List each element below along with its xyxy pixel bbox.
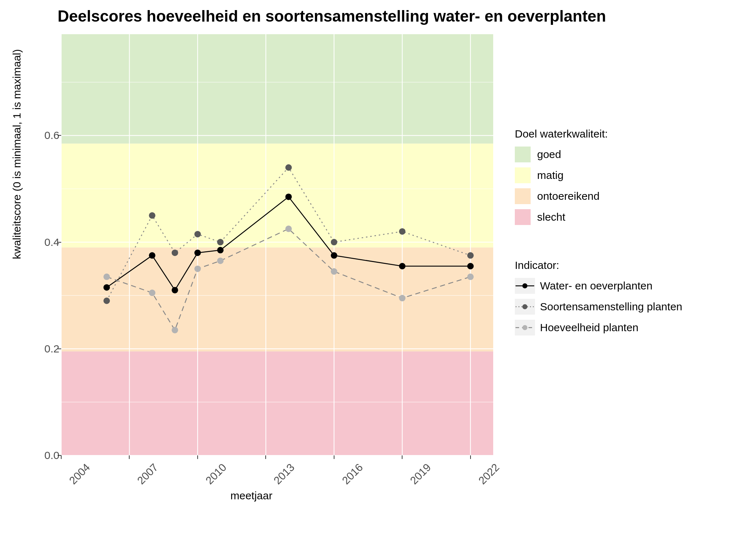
legend-item-ontoereikend: ontoereikend (515, 188, 608, 204)
data-point (285, 226, 292, 232)
x-tick-label: 2007 (135, 461, 161, 487)
x-tick-label: 2016 (339, 461, 365, 487)
data-point (217, 247, 224, 253)
svg-point-24 (522, 325, 527, 330)
legend-label: goed (537, 148, 561, 161)
data-point (285, 194, 292, 200)
legend-label: ontoereikend (537, 190, 599, 202)
data-point (331, 268, 337, 275)
data-point (467, 263, 474, 269)
x-tick-label: 2010 (203, 461, 229, 487)
plot-area (61, 34, 493, 455)
data-point (149, 212, 156, 219)
data-point (172, 287, 178, 293)
legend-label: Hoeveelheid planten (540, 321, 639, 334)
data-point (467, 274, 474, 280)
legend-quality: Doel waterkwaliteit: goed matig ontoerei… (515, 128, 608, 230)
data-point (194, 266, 201, 272)
data-point (399, 263, 405, 269)
data-point (172, 249, 178, 256)
legend-label: Soortensamenstelling planten (540, 301, 682, 313)
x-tick-label: 2022 (476, 461, 501, 487)
data-point (194, 231, 201, 237)
data-point (194, 249, 201, 256)
svg-point-21 (522, 304, 527, 309)
data-point (285, 164, 292, 171)
data-point (399, 295, 405, 301)
data-point (399, 228, 405, 235)
x-tick-label: 2019 (408, 461, 433, 487)
legend-swatch-matig (515, 167, 531, 183)
y-tick-label: 0.4 (13, 236, 59, 248)
legend-indicator: Indicator: Water- en oeverplanten Soorte… (515, 259, 682, 341)
legend-item-series3: Hoeveelheid planten (515, 320, 682, 336)
chart-title: Deelscores hoeveelheid en soortensamenst… (58, 7, 606, 25)
data-point (331, 239, 337, 246)
y-tick-label: 0.0 (13, 449, 59, 462)
data-point (217, 257, 224, 264)
data-point (467, 252, 474, 259)
y-axis-label: kwaliteitscore (0 is minimaal, 1 is maxi… (11, 49, 23, 259)
data-point (149, 289, 156, 296)
band-matig (61, 144, 493, 248)
legend-indicator-title: Indicator: (515, 259, 682, 271)
x-tick-label: 2013 (271, 461, 297, 487)
legend-item-matig: matig (515, 167, 608, 183)
legend-label: slecht (537, 211, 565, 223)
band-ontoereikend (61, 247, 493, 351)
y-tick-label: 0.6 (13, 129, 59, 141)
data-point (172, 327, 178, 333)
data-point (103, 274, 110, 280)
x-axis-label: meetjaar (230, 490, 273, 502)
data-point (217, 239, 224, 246)
svg-point-18 (522, 283, 527, 288)
data-point (149, 252, 156, 259)
data-point (103, 284, 110, 291)
data-point (103, 298, 110, 304)
legend-item-series2: Soortensamenstelling planten (515, 299, 682, 315)
y-tick-label: 0.2 (13, 343, 59, 355)
legend-item-goed: goed (515, 147, 608, 162)
legend-quality-title: Doel waterkwaliteit: (515, 128, 608, 140)
legend-item-slecht: slecht (515, 209, 608, 225)
legend-swatch-goed (515, 147, 531, 162)
legend-swatch-ontoereikend (515, 188, 531, 204)
data-point (331, 252, 337, 259)
legend-label: Water- en oeverplanten (540, 280, 652, 292)
band-slecht (61, 351, 493, 455)
legend-item-series1: Water- en oeverplanten (515, 278, 682, 294)
band-goed (61, 34, 493, 144)
legend-swatch-slecht (515, 209, 531, 225)
legend-label: matig (537, 169, 563, 181)
x-tick-label: 2004 (67, 461, 93, 487)
